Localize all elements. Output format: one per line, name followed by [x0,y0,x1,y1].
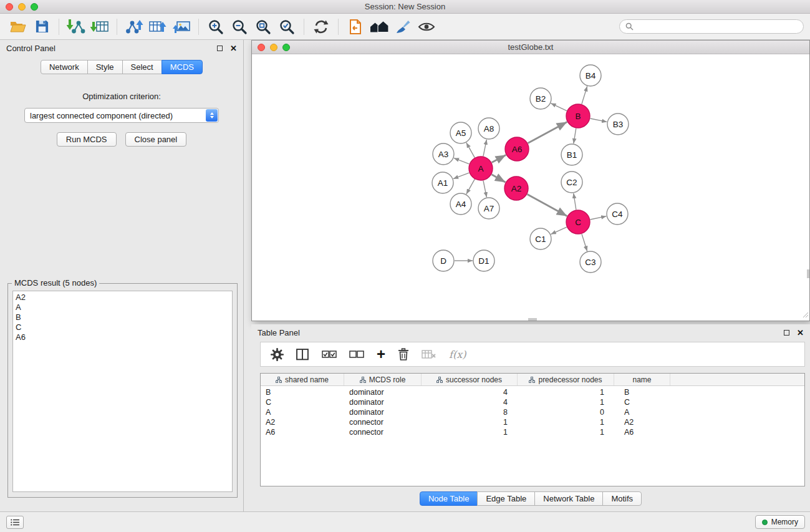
graph-edge-A-A3[interactable] [454,158,470,163]
search-input[interactable] [637,22,798,31]
network-canvas[interactable]: B4B2BB3A5A8A6A3B1AA1C2A2A4A7C4CC1C3DD1 [252,54,809,321]
home-button[interactable] [368,16,390,37]
zoom-in-button[interactable] [205,16,227,37]
graph-edge-B-B3[interactable] [591,118,607,122]
delete-column-button[interactable] [398,348,409,360]
graph-node-D1[interactable]: D1 [473,250,494,271]
import-network-button[interactable] [65,16,87,37]
table-row[interactable]: A2connector11A2 [261,417,804,427]
open-file-button[interactable] [7,16,29,37]
add-column-button[interactable]: + [377,347,385,362]
graph-node-C3[interactable]: C3 [580,251,601,273]
export-table-button[interactable] [147,16,169,37]
graph-node-C4[interactable]: C4 [607,203,628,225]
export-network-button[interactable] [123,16,145,37]
close-panel-icon[interactable]: ✕ [230,44,237,52]
import-document-button[interactable] [344,16,367,37]
function-builder-button[interactable]: f(x) [449,349,466,360]
float-panel-icon[interactable] [217,46,223,51]
graph-edge-C-C1[interactable] [551,227,566,234]
zoom-selected-button[interactable] [276,16,298,37]
graph-node-B[interactable]: B [566,104,590,128]
graph-node-A3[interactable]: A3 [433,143,454,165]
close-network-icon[interactable] [258,44,265,51]
graph-node-D[interactable]: D [433,250,454,271]
graph-node-A5[interactable]: A5 [450,122,471,143]
graph-edge-A-A1[interactable] [453,173,469,179]
column-header-shared-name[interactable]: shared name [261,374,344,385]
graph-edge-B-B4[interactable] [582,86,587,104]
table-row[interactable]: Adominator80A [261,407,804,417]
graph-edge-B-B1[interactable] [574,128,576,143]
zoom-fit-button[interactable] [252,16,274,37]
graph-edge-A-A4[interactable] [466,179,475,194]
graph-node-C1[interactable]: C1 [530,228,551,249]
zoom-window-icon[interactable] [31,3,38,11]
zoom-out-button[interactable] [228,16,251,37]
graph-edge-A-A8[interactable] [483,140,486,157]
minimize-window-icon[interactable] [18,3,26,11]
graph-node-A2[interactable]: A2 [504,177,528,200]
resize-handle-icon[interactable] [803,311,809,320]
mcds-result-item[interactable]: C [13,322,232,332]
horizontal-scrollbar-thumb[interactable] [528,318,537,321]
graph-edge-A2-C[interactable] [528,195,567,216]
column-header-predecessor-nodes[interactable]: predecessor nodes [518,374,614,385]
save-session-button[interactable] [31,16,53,37]
memory-button[interactable]: Memory [755,515,805,529]
optimization-criterion-dropdown[interactable]: largest connected component (directed) [24,108,219,123]
tab-edge-table[interactable]: Edge Table [477,491,535,506]
network-window-titlebar[interactable]: testGlobe.txt [252,41,809,54]
graph-node-A8[interactable]: A8 [478,118,499,139]
close-table-panel-icon[interactable]: ✕ [797,329,804,337]
mcds-result-item[interactable]: A [13,302,232,312]
graph-node-B2[interactable]: B2 [530,88,551,109]
graph-edge-C-C2[interactable] [574,193,576,210]
graph-edge-C-C3[interactable] [582,234,587,251]
tab-mcds[interactable]: MCDS [162,60,203,74]
graph-node-A[interactable]: A [469,157,493,180]
graph-edge-C-C4[interactable] [591,216,607,220]
graph-edge-A-A7[interactable] [483,181,486,198]
table-row[interactable]: Cdominator41C [261,397,804,407]
vertical-scrollbar-thumb[interactable] [807,269,809,278]
show-hide-button[interactable] [415,16,438,37]
mcds-result-item[interactable]: A2 [13,293,232,302]
graph-edge-B-B2[interactable] [551,104,567,111]
graph-node-B3[interactable]: B3 [607,114,629,135]
run-mcds-button[interactable]: Run MCDS [57,132,117,147]
select-all-button[interactable] [322,350,337,359]
mcds-result-item[interactable]: A6 [13,332,232,342]
graph-node-C2[interactable]: C2 [561,172,582,193]
column-header-mcds-role[interactable]: MCDS role [344,374,422,385]
mcds-result-item[interactable]: B [13,312,232,322]
tab-network[interactable]: Network [41,60,88,74]
minimize-network-icon[interactable] [270,44,277,51]
graph-edge-A6-B[interactable] [528,122,567,143]
network-graph[interactable]: B4B2BB3A5A8A6A3B1AA1C2A2A4A7C4CC1C3DD1 [252,54,809,321]
close-window-icon[interactable] [6,3,13,11]
task-history-button[interactable] [6,516,24,529]
apply-layout-button[interactable] [310,16,332,37]
table-row[interactable]: A6connector11A6 [261,427,804,437]
graph-node-A1[interactable]: A1 [432,172,453,193]
float-table-panel-icon[interactable] [784,330,789,336]
graph-node-A4[interactable]: A4 [450,193,471,215]
column-header-name[interactable]: name [614,374,670,385]
graph-edge-A-A2[interactable] [491,175,505,182]
export-image-button[interactable] [170,16,193,37]
tab-style[interactable]: Style [87,60,123,74]
tab-select[interactable]: Select [122,60,162,74]
column-header-successor-nodes[interactable]: successor nodes [422,374,518,385]
graphics-details-button[interactable] [392,16,414,37]
delete-table-button[interactable] [422,349,436,359]
graph-edge-A-A5[interactable] [466,143,475,158]
deselect-all-button[interactable] [349,350,364,359]
graph-node-A7[interactable]: A7 [478,198,499,219]
tab-network-table[interactable]: Network Table [534,491,603,506]
zoom-network-icon[interactable] [282,44,290,51]
graph-edge-A-A6[interactable] [492,155,506,162]
graph-node-B1[interactable]: B1 [561,144,582,165]
table-settings-button[interactable] [271,348,284,361]
close-panel-button[interactable]: Close panel [125,132,187,147]
